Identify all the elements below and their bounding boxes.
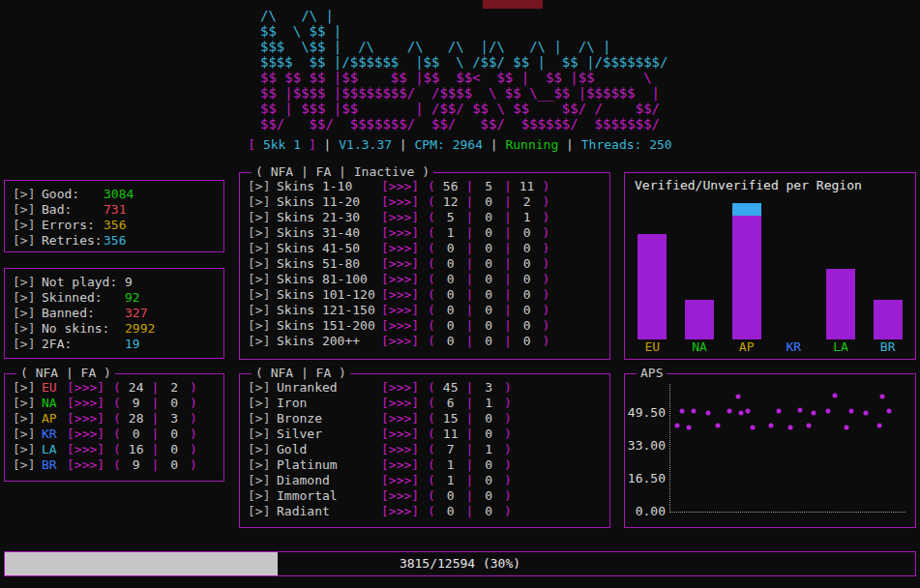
data-row: [>]Gold[>>>]( 7 | 1 ) xyxy=(248,442,602,457)
row-prefix: [>] xyxy=(248,457,277,473)
row-prefix: [>] xyxy=(248,241,277,256)
progress-bar: 3815/12594 (30%) xyxy=(4,551,916,576)
punct: ( xyxy=(428,334,443,348)
stat-label: 2FA: xyxy=(42,337,125,352)
row-prefix: [>] xyxy=(13,233,42,249)
row-prefix: [>] xyxy=(248,426,277,442)
value: 0 xyxy=(481,194,496,210)
arrows: [>>>] xyxy=(67,411,113,426)
skins-panel-title: ( NFA | FA | Inactive ) xyxy=(252,164,433,179)
data-row: [>]Bronze[>>>]( 15 | 0 ) xyxy=(248,411,602,426)
stat-row: [>]Skinned:92 xyxy=(13,290,216,306)
data-row: [>]Iron[>>>]( 6 | 1 ) xyxy=(248,396,602,411)
data-row: [>]Immortal[>>>]( 0 | 0 ) xyxy=(248,488,602,504)
arrows: [>>>] xyxy=(381,241,428,256)
scatter-point xyxy=(825,409,830,414)
data-row: [>]Skins 11-20[>>>]( 12 | 0 | 2 ) xyxy=(248,194,602,210)
punct: ( xyxy=(428,411,443,426)
punct: | xyxy=(496,225,519,240)
punct: ( xyxy=(113,442,129,456)
value: 9 xyxy=(129,396,144,411)
ascii-logo-line: $$ \ $$ | xyxy=(252,23,668,39)
row-prefix: [>] xyxy=(248,318,277,334)
stat-value: 2992 xyxy=(125,321,155,337)
punct: | xyxy=(496,318,519,333)
punct: ) xyxy=(535,303,550,317)
scatter-point xyxy=(879,395,884,399)
status-segment: ] xyxy=(301,137,316,152)
punct: ( xyxy=(428,380,443,395)
value: 11 xyxy=(443,426,459,442)
value: 0 xyxy=(481,303,496,318)
arrows: [>>>] xyxy=(381,380,428,396)
value-group: ( 1 | 0 ) xyxy=(428,473,512,488)
stat-label: No skins: xyxy=(42,321,125,337)
punct: | xyxy=(459,380,481,395)
value: 6 xyxy=(443,396,459,411)
data-row: [>]Skins 31-40[>>>]( 1 | 0 | 0 ) xyxy=(248,225,602,241)
data-row: [>]Skins 41-50[>>>]( 0 | 0 | 0 ) xyxy=(248,241,602,256)
row-prefix: [>] xyxy=(13,411,42,426)
row-label: Skins 51-80 xyxy=(277,256,381,272)
bar-stack xyxy=(732,198,761,339)
stat-value: 3084 xyxy=(104,187,134,202)
row-prefix: [>] xyxy=(13,457,42,473)
punct: ) xyxy=(535,241,550,255)
value: 12 xyxy=(443,194,459,210)
punct: ) xyxy=(496,504,512,518)
value: 0 xyxy=(166,426,182,442)
row-label: Skins 200++ xyxy=(277,334,381,349)
bar-segment-unverified xyxy=(874,300,903,339)
value: 0 xyxy=(519,272,535,287)
punct: | xyxy=(459,256,481,271)
value: 0 xyxy=(443,287,459,303)
arrows: [>>>] xyxy=(381,473,428,488)
arrows: [>>>] xyxy=(67,426,113,442)
punct: ( xyxy=(428,457,443,472)
scatter-point xyxy=(738,410,743,415)
stat-value: 731 xyxy=(104,202,126,218)
value: 5 xyxy=(443,210,459,225)
row-prefix: [>] xyxy=(248,396,277,411)
punct: ( xyxy=(113,380,129,395)
data-row: [>]AP[>>>]( 28 | 3 ) xyxy=(13,411,216,426)
scatter-point xyxy=(833,394,838,398)
scatter-point xyxy=(727,408,731,413)
bar-segment-unverified xyxy=(732,216,761,339)
value-group: ( 0 | 0 | 0 ) xyxy=(428,241,549,256)
value: 56 xyxy=(443,179,459,194)
bar-stack xyxy=(685,198,714,339)
scatter-point xyxy=(746,409,751,414)
bar-stack xyxy=(638,198,667,339)
value: 0 xyxy=(481,411,496,426)
punct: | xyxy=(496,179,519,193)
bar-category-label: NA xyxy=(692,339,707,355)
punct: ) xyxy=(182,411,197,426)
punct: ( xyxy=(428,179,443,193)
bar-segment-unverified xyxy=(685,300,714,339)
value: 0 xyxy=(129,426,144,442)
value: 0 xyxy=(481,504,496,519)
data-row: [>]Skins 1-10[>>>]( 56 | 5 | 11 ) xyxy=(248,179,602,194)
value-group: ( 0 | 0 | 0 ) xyxy=(428,272,549,287)
row-label: Immortal xyxy=(277,488,381,504)
value: 15 xyxy=(443,411,459,426)
stat-row: [>]Banned:327 xyxy=(13,306,216,321)
value: 2 xyxy=(166,380,182,396)
value-group: ( 5 | 0 | 1 ) xyxy=(428,210,549,225)
punct: ( xyxy=(428,488,443,503)
row-label: Iron xyxy=(277,396,381,411)
skins-panel: ( NFA | FA | Inactive ) [>]Skins 1-10[>>… xyxy=(239,172,610,360)
value: 0 xyxy=(443,256,459,272)
punct: | xyxy=(496,210,519,224)
arrows: [>>>] xyxy=(381,396,428,411)
punct: | xyxy=(459,194,481,209)
row-label: Skins 151-200 xyxy=(277,318,381,334)
row-label: KR xyxy=(42,426,67,442)
ascii-logo-line: $$ |$$$$ |$$$$$$$$/ /$$$$ \ $$ \__$$ |$$… xyxy=(252,85,668,101)
scatter-point xyxy=(886,409,891,414)
stat-label: Skinned: xyxy=(42,290,125,306)
value: 0 xyxy=(443,303,459,318)
ascii-logo-line: $$$$ $$ |/$$$$$$ |$$ \ /$$/ $$ | $$ |/$$… xyxy=(252,54,668,70)
punct: ) xyxy=(496,442,512,456)
